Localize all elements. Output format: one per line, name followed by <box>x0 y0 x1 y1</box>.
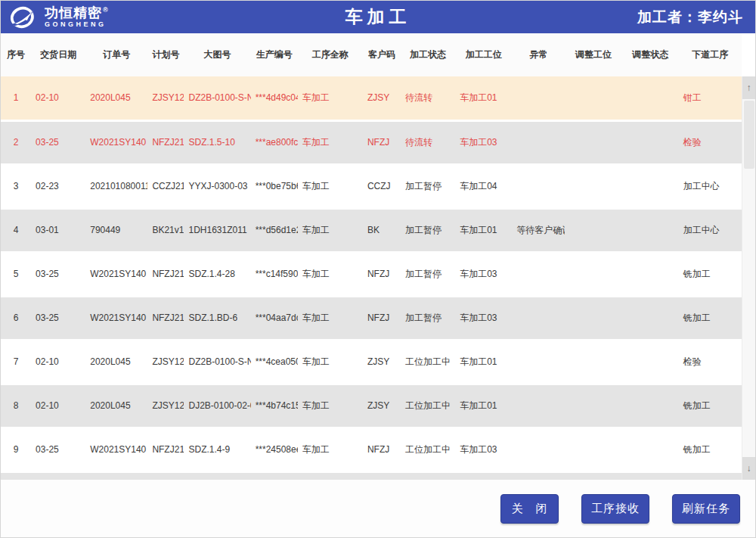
table-cell: 2 <box>1 120 31 164</box>
column-header[interactable]: 交货日期 <box>31 33 85 76</box>
table-cell: 6 <box>1 296 31 340</box>
table-cell <box>565 428 621 471</box>
table-row[interactable]: 102-102020L045ZJSY1201DZ2B-0100-S-N-***4… <box>1 76 742 120</box>
table-row[interactable]: 503-25W2021SY140NFZJ21V1SDZ.1.4-28***c14… <box>1 252 742 296</box>
table-cell <box>512 164 565 208</box>
column-header[interactable]: 加工工位 <box>455 33 512 76</box>
table-cell <box>622 120 679 164</box>
column-header[interactable]: 调整工位 <box>565 33 621 76</box>
table-cell: 5 <box>1 252 31 296</box>
table-cell: 检验 <box>679 120 742 164</box>
table-row[interactable]: 802-102020L045ZJSY1201DJ2B-0100-02-03***… <box>1 384 742 428</box>
table-cell: DZ2B-0100-S-N- <box>184 76 250 120</box>
table-cell: ***0be75b63 <box>251 164 298 208</box>
table-cell: 1DH1631Z011 <box>184 208 250 252</box>
table-cell: ***d56d1e26 <box>251 208 298 252</box>
table-cell: DZ2B-0100-S-N.1 <box>184 340 250 384</box>
table-header: 序号交货日期订单号计划号大图号生产编号工序全称客户码加工状态加工工位异常调整工位… <box>1 33 742 76</box>
table-cell: 02-10 <box>31 76 85 120</box>
table-cell <box>512 384 565 428</box>
table-cell: 等待客户确认 <box>512 208 565 252</box>
column-header[interactable]: 订单号 <box>85 33 147 76</box>
table-cell: 加工暂停 <box>401 296 455 340</box>
close-button[interactable]: 关 闭 <box>500 494 559 524</box>
table-cell <box>622 428 679 471</box>
table-row[interactable]: 203-25W2021SY140NFZJ21V1SDZ.1.5-10***ae8… <box>1 120 742 164</box>
table-cell: 4 <box>1 208 31 252</box>
table-cell: ***4cea050b <box>251 340 298 384</box>
column-header[interactable]: 加工状态 <box>401 33 455 76</box>
table-cell: YYXJ-0300-03 <box>184 164 250 208</box>
table-cell: BK21v102 <box>147 208 184 252</box>
table-cell <box>565 384 621 428</box>
table-row[interactable]: 403-01790449BK21v1021DH1631Z011***d56d1e… <box>1 208 742 252</box>
table-cell: 加工中心 <box>679 208 742 252</box>
table-cell: 2020L045 <box>85 340 147 384</box>
column-header[interactable]: 工序全称 <box>298 33 363 76</box>
table-cell: ZJSY1201 <box>147 76 184 120</box>
table-cell: ZJSY <box>363 76 401 120</box>
app-window: 功恒精密® GONGHENG 车加工 加工者：李约斗 序号交货日期订单号计划号大… <box>0 0 756 538</box>
table-cell <box>512 296 565 340</box>
table-row[interactable]: 702-102020L045ZJSY1201DZ2B-0100-S-N.1***… <box>1 340 742 384</box>
scroll-up-icon[interactable]: ↑ <box>742 76 756 99</box>
table-cell: 工位加工中 <box>401 384 455 428</box>
table-cell: 工位加工中 <box>401 340 455 384</box>
table-cell: 加工暂停 <box>401 252 455 296</box>
table-zone: 序号交货日期订单号计划号大图号生产编号工序全称客户码加工状态加工工位异常调整工位… <box>1 33 755 480</box>
table-cell: 2020L045 <box>85 76 147 120</box>
table-row[interactable]: 603-25W2021SY140NFZJ21V1SDZ.1.BD-6***04a… <box>1 296 742 340</box>
table-cell: 8 <box>1 384 31 428</box>
table-cell <box>622 340 679 384</box>
table-cell <box>565 252 621 296</box>
brand-name-en: GONGHENG <box>45 21 109 28</box>
column-header[interactable]: 客户码 <box>363 33 401 76</box>
column-header[interactable]: 生产编号 <box>251 33 298 76</box>
table-cell: 车加工01 <box>455 208 512 252</box>
table-cell: DJ2B-0100-02-03 <box>184 384 250 428</box>
table-cell: 3 <box>1 164 31 208</box>
process-accept-button[interactable]: 工序接收 <box>581 494 649 524</box>
table-cell: 加工暂停 <box>401 164 455 208</box>
table-cell: 车加工 <box>298 120 363 164</box>
table-cell <box>622 252 679 296</box>
table-cell: ***24508ee0 <box>251 428 298 471</box>
column-header[interactable]: 大图号 <box>184 33 250 76</box>
table-cell <box>512 428 565 471</box>
table-row[interactable]: 903-25W2021SY140NFZJ21V1SDZ.1.4-9***2450… <box>1 428 742 471</box>
table-cell: W2021SY140 <box>85 252 147 296</box>
table-cell <box>512 120 565 164</box>
table-cell: 车加工 <box>298 296 363 340</box>
column-header[interactable]: 调整状态 <box>622 33 679 76</box>
column-header[interactable]: 异常 <box>512 33 565 76</box>
table-cell: 车加工01 <box>455 384 512 428</box>
table-cell: NFZJ <box>363 296 401 340</box>
column-header[interactable]: 序号 <box>1 33 31 76</box>
column-header[interactable]: 下道工序 <box>679 33 742 76</box>
table-cell: SDZ.1.4-28 <box>184 252 250 296</box>
table-cell: 待流转 <box>401 120 455 164</box>
table-cell: NFZJ <box>363 428 401 471</box>
table-cell: SDZ.1.5-10 <box>184 120 250 164</box>
refresh-tasks-button[interactable]: 刷新任务 <box>672 494 740 524</box>
table-cell: 202101080011 <box>85 164 147 208</box>
table-cell: 检验 <box>679 340 742 384</box>
registered-trademark-icon: ® <box>103 6 109 14</box>
table-cell: 铣加工 <box>679 428 742 471</box>
scrollbar-thumb[interactable] <box>744 101 754 169</box>
table-cell: 车加工 <box>298 164 363 208</box>
partial-row-strip[interactable] <box>1 471 742 480</box>
table-cell: 车加工 <box>298 208 363 252</box>
table-body: 102-102020L045ZJSY1201DZ2B-0100-S-N-***4… <box>1 76 742 471</box>
partial-next-row[interactable] <box>1 471 742 480</box>
table-cell <box>565 164 621 208</box>
task-table: 序号交货日期订单号计划号大图号生产编号工序全称客户码加工状态加工工位异常调整工位… <box>1 33 742 480</box>
scroll-down-icon[interactable]: ↓ <box>742 457 756 480</box>
table-cell: 车加工01 <box>455 76 512 120</box>
table-cell: ***c14f5902 <box>251 252 298 296</box>
column-header[interactable]: 计划号 <box>147 33 184 76</box>
vertical-scrollbar[interactable]: ↑ ↓ <box>742 76 755 480</box>
table-cell: BK <box>363 208 401 252</box>
table-row[interactable]: 302-23202101080011CCZJ2108YYXJ-0300-03**… <box>1 164 742 208</box>
table-cell: NFZJ21V1 <box>147 428 184 471</box>
